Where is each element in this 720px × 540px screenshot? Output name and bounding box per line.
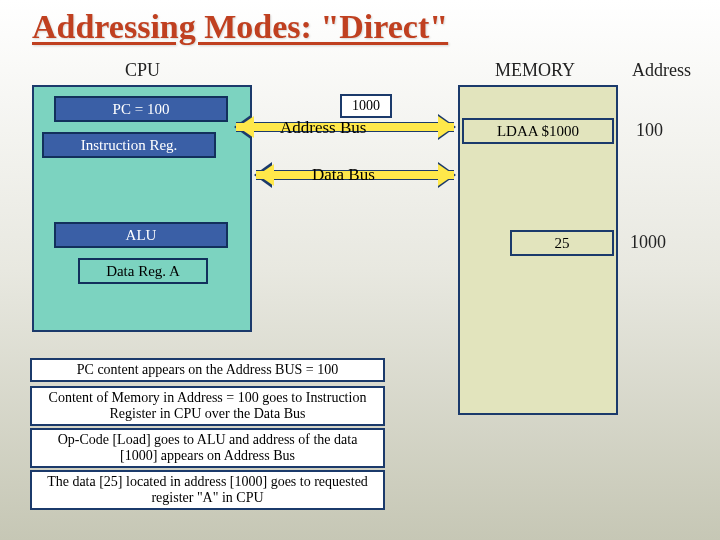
data-bus-label: Data Bus (312, 165, 375, 185)
alu-block: ALU (54, 222, 228, 248)
address-bus-value: 1000 (340, 94, 392, 118)
address-column-label: Address (632, 60, 691, 81)
memory-addr-2: 1000 (630, 232, 666, 253)
memory-addr-1: 100 (636, 120, 663, 141)
memory-cell-2: 25 (510, 230, 614, 256)
note-1: PC content appears on the Address BUS = … (30, 358, 385, 382)
note-3: Op-Code [Load] goes to ALU and address o… (30, 428, 385, 468)
slide-title: Addressing Modes: "Direct" (32, 8, 448, 46)
arrowhead-right (438, 116, 454, 138)
data-register-a: Data Reg. A (78, 258, 208, 284)
note-4: The data [25] located in address [1000] … (30, 470, 385, 510)
address-bus-label: Address Bus (280, 118, 366, 138)
memory-cell-1: LDAA $1000 (462, 118, 614, 144)
arrowhead-right (438, 164, 454, 186)
note-2: Content of Memory in Address = 100 goes … (30, 386, 385, 426)
instruction-register: Instruction Reg. (42, 132, 216, 158)
cpu-label: CPU (125, 60, 160, 81)
pc-register: PC = 100 (54, 96, 228, 122)
arrowhead-left (258, 164, 274, 186)
memory-label: MEMORY (495, 60, 575, 81)
arrowhead-left (238, 116, 254, 138)
cpu-block (32, 85, 252, 332)
